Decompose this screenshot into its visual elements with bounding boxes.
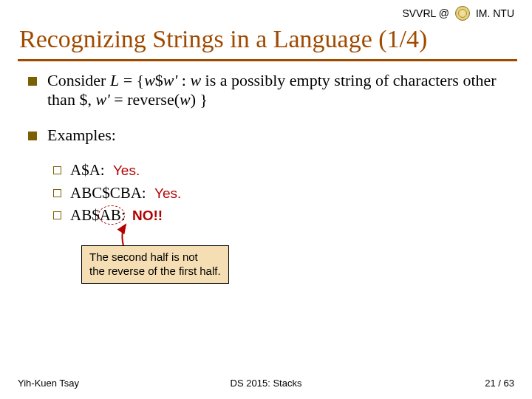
header-left: SVVRL @ bbox=[402, 7, 449, 19]
square-bullet-icon bbox=[28, 77, 37, 86]
var-L: L bbox=[110, 71, 119, 89]
example-3: AB$AB: NO!! bbox=[53, 206, 510, 225]
ex3-circled-text: AB bbox=[100, 206, 121, 224]
ex1-text: A$A: bbox=[70, 161, 105, 179]
consider-text: Consider L = {w$w' : w is a possibly emp… bbox=[47, 71, 510, 109]
ex3-answer: NO!! bbox=[132, 208, 163, 223]
ex3-colon: : bbox=[121, 206, 126, 224]
var-w3: w bbox=[180, 90, 191, 109]
example-2-content: ABC$CBA: Yes. bbox=[70, 184, 181, 202]
ex3-prefix: AB$ bbox=[70, 206, 100, 224]
footer-author: Yih-Kuen Tsay bbox=[18, 378, 79, 389]
ex2-text: ABC$CBA: bbox=[70, 184, 146, 202]
footer-course: DS 2015: Stacks bbox=[231, 378, 302, 389]
var-w2: w bbox=[190, 71, 201, 89]
t: : bbox=[177, 71, 190, 89]
var-wprime: w' bbox=[163, 71, 177, 89]
annotation-note: The second half is not the reverse of th… bbox=[81, 245, 229, 284]
t: Consider bbox=[47, 71, 110, 89]
bullet-consider: Consider L = {w$w' : w is a possibly emp… bbox=[28, 71, 510, 109]
title-rule bbox=[18, 59, 517, 61]
body: Consider L = {w$w' : w is a possibly emp… bbox=[28, 71, 510, 229]
t: = { bbox=[119, 71, 144, 89]
var-wprime2: w' bbox=[95, 90, 109, 109]
note-line-1: The second half is not bbox=[89, 250, 221, 265]
header-right: IM. NTU bbox=[476, 7, 514, 19]
hollow-square-bullet-icon bbox=[53, 166, 61, 174]
page-title: Recognizing Strings in a Language (1/4) bbox=[19, 25, 517, 53]
footer-page-number: 21 / 63 bbox=[485, 378, 514, 389]
bullet-examples: Examples: bbox=[28, 126, 510, 145]
example-3-content: AB$AB: NO!! bbox=[70, 206, 163, 225]
header: SVVRL @ IM. NTU bbox=[402, 6, 514, 21]
t: ) } bbox=[191, 90, 208, 109]
hollow-square-bullet-icon bbox=[53, 189, 61, 197]
examples-list: A$A: Yes. ABC$CBA: Yes. AB$AB: NO!! bbox=[53, 161, 510, 225]
ex2-answer: Yes. bbox=[154, 185, 181, 201]
var-w: w bbox=[144, 71, 155, 89]
ex3-circled-wrap: AB bbox=[100, 206, 121, 225]
square-bullet-icon bbox=[28, 132, 37, 140]
examples-label: Examples: bbox=[47, 126, 116, 145]
example-2: ABC$CBA: Yes. bbox=[53, 184, 510, 202]
ntu-seal-icon bbox=[455, 6, 470, 21]
note-line-2: the reverse of the first half. bbox=[89, 265, 221, 279]
t: = reverse( bbox=[110, 90, 180, 109]
hollow-square-bullet-icon bbox=[53, 211, 61, 219]
example-1: A$A: Yes. bbox=[53, 161, 510, 180]
t: $ bbox=[155, 71, 163, 89]
footer: Yih-Kuen Tsay DS 2015: Stacks 21 / 63 bbox=[0, 378, 532, 389]
ex1-answer: Yes. bbox=[113, 163, 140, 178]
example-1-content: A$A: Yes. bbox=[70, 161, 140, 180]
